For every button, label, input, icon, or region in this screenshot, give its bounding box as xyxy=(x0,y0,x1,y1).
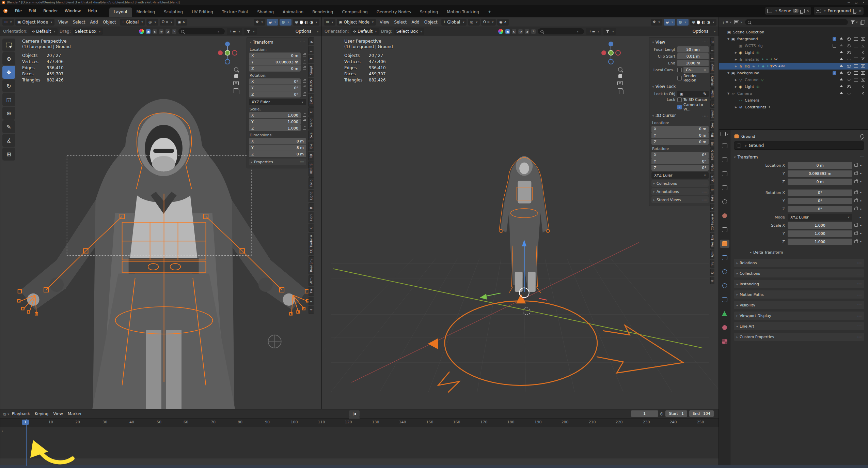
scale-field-row[interactable]: X1.000 xyxy=(249,112,306,118)
lock-3d-cursor-row[interactable]: Lock To 3D Cursor xyxy=(651,97,709,102)
lock-icon[interactable] xyxy=(854,208,858,210)
weight-mode-toggle[interactable]: ◕ xyxy=(165,29,170,34)
workspace-tab[interactable]: Layout xyxy=(109,7,132,17)
view-panel-header[interactable]: ∨View:::: xyxy=(651,39,709,46)
timeline-editor-type[interactable]: ◷∨ xyxy=(3,412,9,416)
viewport-disable-toggle[interactable] xyxy=(853,37,858,41)
sidebar-tab[interactable]: Hdri xyxy=(710,193,714,203)
location-field-row[interactable]: X0 m xyxy=(249,52,306,59)
view-field-row[interactable]: Clip Start0.01 m xyxy=(651,53,709,59)
timeline-track-area[interactable]: › xyxy=(0,427,719,466)
current-frame-field[interactable]: 1 xyxy=(631,410,658,417)
outliner-row[interactable]: ▼ background xyxy=(719,70,868,76)
outliner-row[interactable]: ▶ Light ◎ xyxy=(719,83,868,90)
property-row[interactable]: Z0 m• xyxy=(734,178,864,186)
tab-view-layer[interactable] xyxy=(720,184,729,192)
property-row[interactable]: Y0.098893 m• xyxy=(734,169,864,178)
outliner-item-label[interactable]: Constraints xyxy=(745,105,766,109)
select-mode-toggle[interactable]: ▣ xyxy=(146,29,151,34)
snap-toggle[interactable]: Ω⌗∨ xyxy=(160,19,174,26)
viewport-menu[interactable]: Object xyxy=(100,20,119,25)
sidebar-tab[interactable]: I xyxy=(309,46,314,54)
transform-panel-header[interactable]: ∨Transform:::: xyxy=(734,153,864,161)
sidebar-tab[interactable]: H xyxy=(710,277,714,284)
lock-icon[interactable] xyxy=(854,191,858,194)
search-input[interactable] xyxy=(186,29,215,34)
search-input[interactable] xyxy=(545,29,574,34)
outliner-row[interactable]: ▶ Constraints ⌖ xyxy=(719,104,868,110)
mask-mode-toggle[interactable]: ◐ xyxy=(512,29,516,34)
property-row[interactable]: Y0°• xyxy=(734,197,864,205)
collapsed-panel[interactable]: ▸Custom Properties:::: xyxy=(734,333,864,341)
xray-toggle[interactable]: ◍∨ xyxy=(677,19,688,26)
render-region-row[interactable]: Render Region xyxy=(651,74,709,82)
minimize-button[interactable]: — xyxy=(848,1,850,4)
shading-mode-group[interactable]: ⊕ ● ◐ ◑ ∨ xyxy=(293,19,319,26)
workspace-tab[interactable]: Sculpting xyxy=(159,7,187,17)
editor-type-button[interactable]: ⊞∨ xyxy=(324,19,335,26)
mode-dropdown[interactable]: ▣Object Mode∨ xyxy=(15,19,54,26)
topbar-menu[interactable]: Edit xyxy=(25,9,40,13)
viewport-disable-toggle[interactable] xyxy=(853,78,858,82)
hide-eye-toggle[interactable] xyxy=(846,44,851,48)
workspace-tab[interactable]: Motion Tracking xyxy=(442,7,483,17)
selectable-toggle[interactable] xyxy=(839,44,844,48)
cursor-rotation-row[interactable]: Y0° xyxy=(651,158,709,164)
mode-dropdown[interactable]: ▣Object Mode∨ xyxy=(337,19,376,26)
render-disable-toggle[interactable] xyxy=(861,57,866,62)
sidebar-tab[interactable]: Tru xyxy=(309,287,314,296)
sidebar-tab[interactable]: Follo xyxy=(710,162,714,173)
timeline-menu[interactable]: Marker xyxy=(65,411,84,416)
render-disable-toggle[interactable] xyxy=(861,71,866,75)
outliner-item-label[interactable]: WGTS_rig xyxy=(745,44,763,48)
start-frame-field[interactable]: Start1 xyxy=(665,410,687,417)
selectable-toggle[interactable] xyxy=(839,85,844,89)
sidebar-tab[interactable]: Real Env xyxy=(710,233,714,249)
collapsed-panel[interactable]: ▸Line Art:::: xyxy=(734,322,864,330)
outliner-row[interactable]: ▶ metarig ⌖ ⌖ ⌖ 67 xyxy=(719,56,868,63)
scale-field-row[interactable]: Z1.000 xyxy=(249,125,306,131)
topbar-menu[interactable]: File xyxy=(12,9,25,13)
lock-icon[interactable] xyxy=(854,180,858,183)
viewport-disable-toggle[interactable] xyxy=(853,91,858,96)
sidebar-tab[interactable]: C xyxy=(309,107,314,116)
tab-object-data[interactable] xyxy=(720,310,729,318)
lock-icon[interactable] xyxy=(854,224,858,227)
rotation-mode-dropdown[interactable]: XYZ Euler∨ xyxy=(249,99,306,105)
tab-modifiers[interactable] xyxy=(720,254,729,262)
selectable-toggle[interactable] xyxy=(839,91,844,96)
lock-icon[interactable] xyxy=(303,61,306,63)
sidebar-tab[interactable]: Ske xyxy=(710,121,714,130)
dimension-field-row[interactable]: Z0 m xyxy=(249,151,306,157)
proportional-editing-toggle[interactable]: ◉∧ xyxy=(176,19,187,26)
selectable-toggle[interactable] xyxy=(839,57,844,62)
proportional-editing-toggle[interactable]: ◉∧ xyxy=(497,19,509,26)
expand-icon[interactable]: ▶ xyxy=(734,78,738,81)
sidebar-tab[interactable]: K xyxy=(710,269,714,276)
cursor-rotation-row[interactable]: Z0° xyxy=(651,165,709,171)
collapsed-panel[interactable]: ▸Relations:::: xyxy=(734,259,864,267)
cursor-tool[interactable]: ⊕ xyxy=(2,52,15,65)
outliner-item-label[interactable]: Light xyxy=(745,85,754,89)
tab-physics[interactable] xyxy=(720,282,729,290)
solid-shading-icon[interactable]: ● xyxy=(300,20,303,25)
collapsed-panel[interactable]: ▸Properties:::: xyxy=(249,158,306,165)
tab-constraints[interactable] xyxy=(720,296,729,304)
sidebar-tab[interactable]: K xyxy=(309,297,314,305)
display-mode-dropdown[interactable]: ⋮≡∨ xyxy=(722,20,731,25)
sidebar-tab[interactable]: Light xyxy=(710,173,714,184)
collections-filter-button[interactable]: ⋮≡∨ xyxy=(227,28,242,35)
viewport-search[interactable]: ∨ xyxy=(538,28,584,34)
render-disable-toggle[interactable] xyxy=(861,64,866,69)
timeline-ruler[interactable]: 1 10203040506070809010011012013014015016… xyxy=(0,419,719,427)
viewport-disable-toggle[interactable] xyxy=(853,64,858,69)
animate-dot[interactable]: • xyxy=(860,199,862,203)
topbar-menu[interactable]: Help xyxy=(84,9,100,13)
sidebar-tab[interactable]: KI xyxy=(309,224,314,232)
outliner-item-label[interactable]: Ground xyxy=(745,78,758,82)
current-frame-badge[interactable]: 1 xyxy=(22,420,29,425)
collapsed-panel[interactable]: ▸Motion Paths:::: xyxy=(734,290,864,299)
selectable-toggle[interactable] xyxy=(839,78,844,82)
unlink-scene-button[interactable]: ✕ xyxy=(806,9,809,13)
viewport-disable-toggle[interactable] xyxy=(853,71,858,75)
